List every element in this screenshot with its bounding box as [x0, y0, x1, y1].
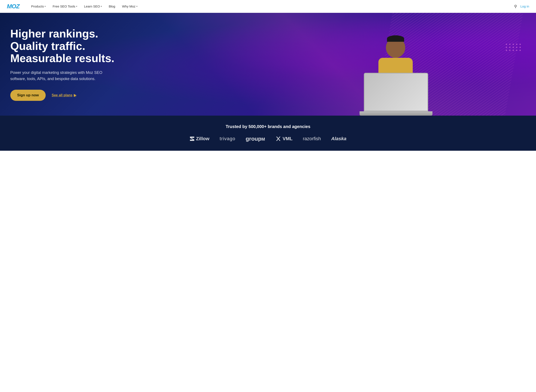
signup-button[interactable]: Sign up now: [10, 90, 46, 101]
hero-subtext: Power your digital marketing strategies …: [10, 70, 113, 82]
free-seo-tools-chevron-icon: ▾: [76, 5, 77, 8]
nav-blog[interactable]: Blog: [106, 3, 118, 10]
nav-right: ⚲ Log in: [514, 4, 529, 9]
login-button[interactable]: Log in: [520, 5, 529, 8]
trivago-logo: trivago: [220, 136, 235, 141]
zillow-z-icon: [190, 136, 195, 141]
hero-heading-line1: Higher rankings.: [10, 27, 98, 40]
learn-seo-chevron-icon: ▾: [101, 5, 102, 8]
trust-logos: Zillow trivago groupm VML razorfish Alas…: [7, 135, 529, 142]
products-chevron-icon: ▾: [45, 5, 46, 8]
why-moz-chevron-icon: ▾: [136, 5, 137, 8]
main-nav: MOZ Products ▾ Free SEO Tools ▾ Learn SE…: [0, 0, 536, 13]
hero-section: Higher rankings. Quality traffic. Measur…: [0, 13, 536, 116]
nav-free-seo-tools-label: Free SEO Tools: [53, 5, 75, 8]
hero-heading-line2: Quality traffic.: [10, 40, 85, 52]
nav-why-moz-label: Why Moz: [122, 5, 135, 8]
see-all-plans-link[interactable]: See all plans ▶: [52, 93, 76, 97]
hero-heading: Higher rankings. Quality traffic. Measur…: [10, 28, 115, 65]
see-all-plans-label: See all plans: [52, 93, 72, 97]
hero-content: Higher rankings. Quality traffic. Measur…: [0, 15, 125, 113]
nav-learn-seo[interactable]: Learn SEO ▾: [81, 3, 105, 10]
hero-image-area: [241, 13, 536, 116]
nav-products-label: Products: [31, 5, 44, 8]
razorfish-text: razorfish: [303, 136, 321, 141]
vml-logo: VML: [275, 136, 292, 142]
hero-cta: Sign up now See all plans ▶: [10, 90, 115, 101]
alaska-text: Alaska: [331, 136, 346, 141]
trivago-text: trivago: [220, 136, 235, 141]
hero-heading-line3: Measurable results.: [10, 52, 115, 65]
trust-headline: Trusted by 500,000+ brands and agencies: [7, 124, 529, 129]
see-all-plans-arrow-icon: ▶: [74, 93, 76, 97]
nav-blog-label: Blog: [109, 5, 115, 8]
nav-learn-seo-label: Learn SEO: [84, 5, 100, 8]
laptop-screen: [364, 73, 428, 111]
nav-products[interactable]: Products ▾: [28, 3, 49, 10]
zillow-logo: Zillow: [190, 136, 209, 141]
razorfish-logo: razorfish: [303, 136, 321, 141]
groupm-text: groupm: [246, 135, 265, 142]
person-head: [386, 37, 405, 58]
vml-x-icon: [275, 136, 281, 142]
laptop-base: [359, 111, 432, 116]
moz-logo[interactable]: MOZ: [7, 3, 19, 10]
alaska-logo: Alaska: [331, 136, 346, 141]
nav-free-seo-tools[interactable]: Free SEO Tools ▾: [49, 3, 80, 10]
nav-items: Products ▾ Free SEO Tools ▾ Learn SEO ▾ …: [28, 3, 514, 10]
zillow-text: Zillow: [196, 136, 209, 141]
laptop-image: [359, 73, 432, 116]
groupm-logo: groupm: [246, 135, 265, 142]
nav-why-moz[interactable]: Why Moz ▾: [119, 3, 140, 10]
hero-person-figure: [241, 13, 536, 116]
trust-bar: Trusted by 500,000+ brands and agencies …: [0, 116, 536, 151]
search-icon[interactable]: ⚲: [514, 4, 517, 9]
vml-text: VML: [282, 136, 292, 141]
